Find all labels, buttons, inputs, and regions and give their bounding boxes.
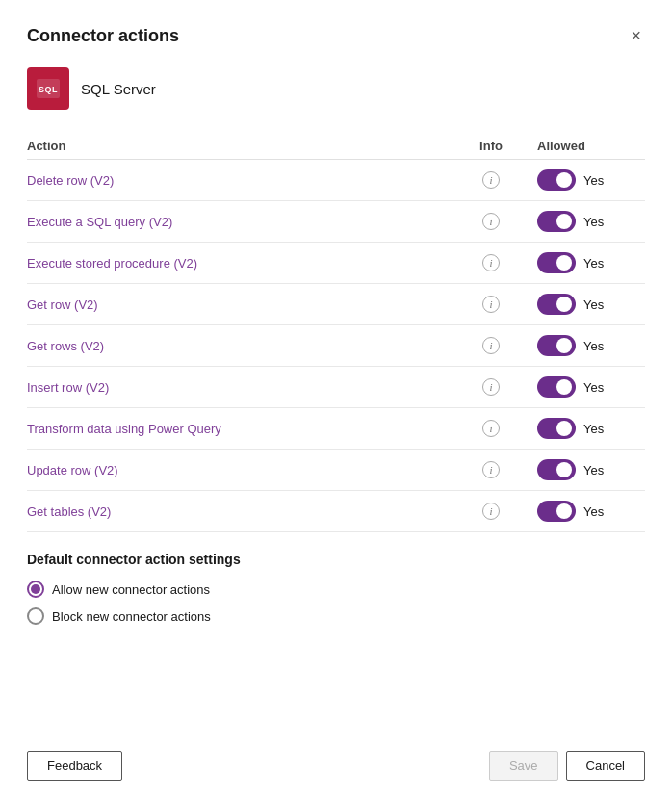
radio-option-1[interactable]: Block new connector actions: [27, 607, 645, 625]
info-icon[interactable]: i: [482, 171, 500, 189]
table-row: Transform data using Power Query i Yes: [27, 408, 645, 450]
col-info-header: Info: [452, 139, 530, 153]
connector-actions-dialog: Connector actions × SQL SQL Server Actio…: [0, 0, 672, 800]
allowed-cell: Yes: [530, 376, 645, 398]
action-name: Update row (V2): [27, 463, 452, 477]
toggle-switch[interactable]: [537, 418, 576, 439]
info-icon[interactable]: i: [482, 420, 500, 437]
toggle-switch[interactable]: [537, 376, 576, 398]
table-row: Execute stored procedure (V2) i Yes: [27, 243, 645, 284]
info-cell: i: [452, 503, 530, 520]
allowed-label: Yes: [583, 504, 604, 519]
toggle-switch[interactable]: [537, 294, 576, 315]
info-icon[interactable]: i: [482, 337, 500, 354]
default-settings-section: Default connector action settings Allow …: [27, 552, 645, 625]
table-row: Update row (V2) i Yes: [27, 450, 645, 491]
toggle-switch[interactable]: [537, 169, 576, 191]
col-allowed-header: Allowed: [530, 139, 645, 153]
allowed-label: Yes: [583, 339, 604, 353]
allowed-cell: Yes: [530, 252, 645, 273]
allowed-cell: Yes: [530, 169, 645, 191]
toggle-switch[interactable]: [537, 459, 576, 480]
info-icon[interactable]: i: [482, 461, 500, 478]
action-name: Get row (V2): [27, 297, 452, 312]
dialog-footer: Feedback Save Cancel: [27, 732, 645, 781]
radio-label: Allow new connector actions: [52, 582, 210, 597]
action-name: Get tables (V2): [27, 504, 452, 519]
save-button: Save: [489, 751, 558, 781]
close-button[interactable]: ×: [627, 23, 645, 48]
info-icon[interactable]: i: [482, 378, 500, 396]
table-row: Delete row (V2) i Yes: [27, 160, 645, 201]
radio-circle: [27, 581, 44, 598]
info-cell: i: [452, 378, 530, 396]
allowed-label: Yes: [583, 173, 604, 188]
info-icon[interactable]: i: [482, 254, 500, 271]
allowed-label: Yes: [583, 422, 604, 436]
info-icon[interactable]: i: [482, 213, 500, 230]
allowed-cell: Yes: [530, 418, 645, 439]
toggle-switch[interactable]: [537, 211, 576, 232]
radio-option-0[interactable]: Allow new connector actions: [27, 581, 645, 598]
radio-label: Block new connector actions: [52, 609, 211, 624]
toggle-switch[interactable]: [537, 335, 576, 356]
default-settings-title: Default connector action settings: [27, 552, 645, 567]
col-action-header: Action: [27, 139, 452, 153]
table-row: Get row (V2) i Yes: [27, 284, 645, 325]
action-name: Transform data using Power Query: [27, 422, 452, 436]
action-name: Delete row (V2): [27, 173, 452, 188]
table-row: Execute a SQL query (V2) i Yes: [27, 201, 645, 243]
footer-right-buttons: Save Cancel: [489, 751, 645, 781]
allowed-cell: Yes: [530, 294, 645, 315]
info-icon[interactable]: i: [482, 503, 500, 520]
table-row: Get tables (V2) i Yes: [27, 491, 645, 532]
info-cell: i: [452, 171, 530, 189]
action-rows-container: Delete row (V2) i Yes Execute a SQL quer…: [27, 160, 645, 532]
allowed-label: Yes: [583, 463, 604, 477]
connector-info: SQL SQL Server: [27, 67, 645, 110]
action-name: Execute a SQL query (V2): [27, 215, 452, 229]
info-cell: i: [452, 254, 530, 271]
info-icon[interactable]: i: [482, 296, 500, 313]
radio-group: Allow new connector actions Block new co…: [27, 581, 645, 625]
table-row: Get rows (V2) i Yes: [27, 325, 645, 367]
allowed-cell: Yes: [530, 459, 645, 480]
info-cell: i: [452, 337, 530, 354]
radio-circle: [27, 607, 44, 625]
info-cell: i: [452, 420, 530, 437]
table-row: Insert row (V2) i Yes: [27, 367, 645, 408]
allowed-label: Yes: [583, 215, 604, 229]
allowed-label: Yes: [583, 297, 604, 312]
cancel-button[interactable]: Cancel: [566, 751, 645, 781]
info-cell: i: [452, 213, 530, 230]
connector-icon: SQL: [27, 67, 69, 110]
table-header: Action Info Allowed: [27, 133, 645, 160]
allowed-cell: Yes: [530, 501, 645, 522]
toggle-switch[interactable]: [537, 501, 576, 522]
connector-name: SQL Server: [81, 81, 156, 97]
allowed-label: Yes: [583, 380, 604, 395]
svg-text:SQL: SQL: [39, 85, 58, 94]
info-cell: i: [452, 296, 530, 313]
feedback-button[interactable]: Feedback: [27, 751, 122, 781]
toggle-switch[interactable]: [537, 252, 576, 273]
action-name: Execute stored procedure (V2): [27, 256, 452, 271]
info-cell: i: [452, 461, 530, 478]
allowed-cell: Yes: [530, 335, 645, 356]
action-name: Insert row (V2): [27, 380, 452, 395]
dialog-header: Connector actions ×: [27, 23, 645, 48]
allowed-label: Yes: [583, 256, 604, 271]
dialog-title: Connector actions: [27, 26, 179, 46]
allowed-cell: Yes: [530, 211, 645, 232]
action-name: Get rows (V2): [27, 339, 452, 353]
